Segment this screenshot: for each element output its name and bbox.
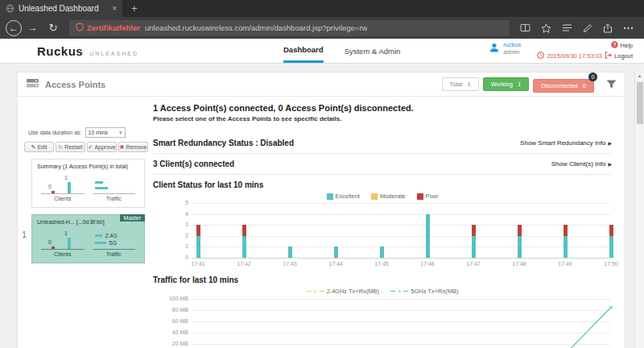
x-axis-label: 17:48 bbox=[503, 261, 535, 267]
favorites-star-icon[interactable] bbox=[541, 23, 551, 33]
bar-segment bbox=[609, 236, 613, 258]
help-link[interactable]: ? Help bbox=[611, 41, 633, 50]
forward-button[interactable]: → bbox=[22, 22, 43, 34]
summary-clients-mini: 0 1 Clients bbox=[37, 175, 89, 201]
traffic-legend: ×2.4GHz Tx+Rx(MB)×5GHz Tx+Rx(MB) bbox=[153, 288, 612, 295]
bar-segment bbox=[380, 246, 384, 258]
more-menu-icon[interactable] bbox=[623, 27, 634, 30]
browser-tabstrip: Unleashed Dashboard × + bbox=[0, 0, 644, 17]
bar-segment bbox=[196, 236, 200, 258]
scrollbar[interactable]: ▲ bbox=[634, 71, 644, 348]
mini-bar bbox=[95, 234, 102, 237]
bar-segment bbox=[472, 236, 476, 258]
filter-working-label: Working bbox=[491, 81, 513, 88]
legend-line bbox=[320, 291, 324, 292]
client-status-chart: 01234517:4117:4217:4317:4417:4517:4617:4… bbox=[153, 203, 612, 267]
series-lines bbox=[153, 299, 616, 348]
refresh-button[interactable]: ↻ bbox=[43, 22, 64, 34]
mini-bar bbox=[52, 191, 55, 193]
new-tab-button[interactable]: + bbox=[122, 1, 147, 17]
brand-name: Ruckus bbox=[37, 44, 83, 58]
mini-value: 0 bbox=[48, 239, 52, 245]
ap-traffic-mini: 2.4G 5G Traffic bbox=[89, 230, 140, 257]
web-note-icon[interactable] bbox=[583, 23, 592, 33]
divider bbox=[153, 174, 612, 175]
show-smart-redundancy-link[interactable]: Show Smart Redundancy Info ▶ bbox=[520, 139, 612, 147]
notification-badge: 0 bbox=[588, 72, 597, 81]
mini-value: 1 bbox=[64, 230, 68, 236]
card-header: Access Points Total 1 Working 1 Disconne… bbox=[18, 72, 625, 97]
url-text: unleashed.ruckuswireless.com/admin/dashb… bbox=[145, 23, 367, 32]
restart-button[interactable]: ↻Restart bbox=[56, 142, 85, 152]
tab-system-admin[interactable]: System & Admin bbox=[345, 39, 401, 63]
filter-disconnected[interactable]: Disconnected 0 bbox=[533, 79, 594, 93]
arrow-right-icon: ▶ bbox=[608, 140, 612, 146]
bar-segment bbox=[518, 225, 522, 236]
summary-traffic-chart bbox=[93, 175, 136, 194]
ap-sidebar: Use data duration as: 10 mins ▾ ✎Edit ↻R… bbox=[18, 97, 153, 263]
scroll-up-arrow[interactable]: ▲ bbox=[635, 71, 644, 78]
scroll-thumb[interactable] bbox=[637, 82, 643, 124]
user-info[interactable]: ruckus admin bbox=[489, 41, 521, 56]
legend-swatch bbox=[417, 193, 423, 200]
duration-control: Use data duration as: 10 mins ▾ bbox=[28, 127, 153, 138]
tab-dashboard[interactable]: Dashboard bbox=[283, 39, 324, 63]
approve-label: Approve bbox=[94, 144, 115, 150]
restart-icon: ↻ bbox=[58, 144, 63, 150]
ap-actions: ✎Edit ↻Restart ✔Approve ✖Remove bbox=[24, 142, 153, 152]
ruckus-logo: Ruckus UNLEASHED bbox=[37, 44, 138, 58]
logout-link[interactable]: Logout bbox=[614, 52, 633, 60]
page-title: Access Points bbox=[45, 80, 442, 89]
filter-funnel-icon[interactable] bbox=[606, 80, 617, 89]
address-bar[interactable]: Zertifikatfehler unleashed.ruckuswireles… bbox=[69, 20, 510, 36]
edit-button[interactable]: ✎Edit bbox=[24, 142, 54, 152]
share-icon[interactable] bbox=[603, 23, 613, 33]
approve-icon: ✔ bbox=[89, 144, 93, 150]
browser-toolbar: ← → ↻ Zertifikatfehler unleashed.ruckusw… bbox=[0, 17, 644, 39]
grid-line bbox=[192, 203, 610, 204]
ap-list-item[interactable]: Master Unleashed-H... [...0d:8f:b0] 0 1 … bbox=[31, 214, 145, 263]
help-label: Help bbox=[621, 42, 633, 49]
x-axis-label: 17:49 bbox=[549, 261, 581, 267]
traffic-chart-title: Traffic for last 10 mins bbox=[153, 276, 612, 284]
tab-close-icon[interactable]: × bbox=[112, 4, 117, 13]
browser-tab[interactable]: Unleashed Dashboard × bbox=[0, 0, 122, 17]
legend-item: Poor bbox=[417, 193, 439, 200]
y-axis-label: 4 bbox=[159, 211, 188, 217]
remove-label: Remove bbox=[126, 144, 147, 150]
approve-button[interactable]: ✔Approve bbox=[87, 142, 117, 152]
certificate-warning-label: Zertifikatfehler bbox=[87, 23, 140, 32]
legend-label: Poor bbox=[426, 193, 439, 200]
divider bbox=[153, 153, 612, 154]
bar-segment bbox=[426, 214, 430, 258]
grid-line bbox=[192, 246, 610, 247]
legend-swatch bbox=[371, 193, 378, 200]
show-clients-link[interactable]: Show Client(s) Info ▶ bbox=[551, 160, 612, 168]
remove-button[interactable]: ✖Remove bbox=[118, 142, 148, 152]
mini-label: Clients bbox=[37, 196, 89, 201]
ap-clients-mini: 0 1 Clients bbox=[37, 230, 89, 257]
filter-working[interactable]: Working 1 bbox=[483, 77, 530, 91]
bar-segment bbox=[609, 225, 613, 236]
back-button[interactable]: ← bbox=[6, 20, 22, 36]
hub-icon[interactable] bbox=[562, 23, 572, 32]
edit-label: Edit bbox=[37, 144, 47, 150]
summary-card[interactable]: Summary (1 Access Point(s) in total) 0 1… bbox=[31, 159, 145, 208]
summary-clients-chart: 0 1 bbox=[41, 175, 85, 194]
page-body: Access Points Total 1 Working 1 Disconne… bbox=[0, 64, 644, 348]
main-nav: Dashboard System & Admin bbox=[283, 39, 400, 63]
reading-view-icon[interactable] bbox=[520, 23, 530, 32]
mini-bar bbox=[52, 246, 55, 249]
duration-select[interactable]: 10 mins ▾ bbox=[85, 127, 126, 138]
y-axis-label: 3 bbox=[159, 222, 188, 227]
show-smart-redundancy-label: Show Smart Redundancy Info bbox=[520, 139, 605, 147]
user-avatar-icon bbox=[489, 42, 500, 55]
filter-total[interactable]: Total 1 bbox=[442, 77, 479, 91]
certificate-warning[interactable]: Zertifikatfehler bbox=[76, 23, 140, 33]
edit-icon: ✎ bbox=[31, 144, 36, 150]
duration-label: Use data duration as: bbox=[28, 130, 82, 135]
legend-item: Moderate bbox=[371, 193, 406, 200]
traffic-chart: 100 MB80 MB60 MB40 MB20 MB0 MB17:4117:42… bbox=[153, 299, 612, 348]
bar-segment bbox=[564, 225, 568, 236]
bar-segment bbox=[196, 225, 200, 236]
